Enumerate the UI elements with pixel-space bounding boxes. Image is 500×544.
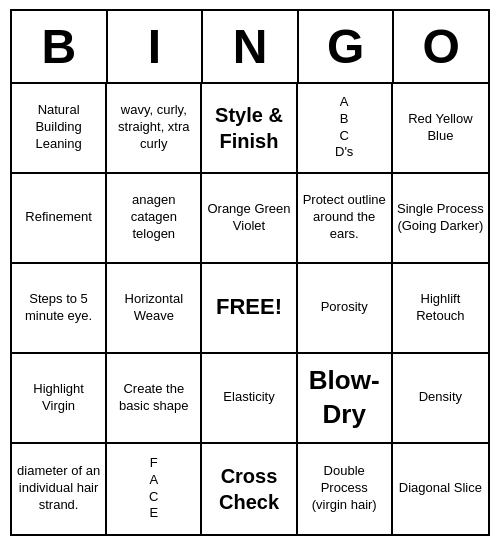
bingo-cell-24: Diagonal Slice: [393, 444, 488, 534]
bingo-cell-14: Highlift Retouch: [393, 264, 488, 354]
header-letter-b: B: [12, 11, 108, 84]
bingo-cell-9: Single Process (Going Darker): [393, 174, 488, 264]
bingo-cell-20: diameter of an individual hair strand.: [12, 444, 107, 534]
bingo-grid: Natural Building Leaningwavy, curly, str…: [12, 84, 488, 534]
bingo-cell-3: ABCD's: [298, 84, 393, 174]
bingo-cell-0: Natural Building Leaning: [12, 84, 107, 174]
header-letter-g: G: [299, 11, 395, 84]
bingo-card: BINGO Natural Building Leaningwavy, curl…: [10, 9, 490, 536]
header-letter-o: O: [394, 11, 488, 84]
bingo-header: BINGO: [12, 11, 488, 84]
bingo-cell-1: wavy, curly, straight, xtra curly: [107, 84, 202, 174]
bingo-cell-16: Create the basic shape: [107, 354, 202, 444]
bingo-cell-13: Porosity: [298, 264, 393, 354]
bingo-cell-18: Blow-Dry: [298, 354, 393, 444]
bingo-cell-6: anagen catagen telogen: [107, 174, 202, 264]
bingo-cell-17: Elasticity: [202, 354, 297, 444]
bingo-cell-8: Protect outline around the ears.: [298, 174, 393, 264]
bingo-cell-19: Density: [393, 354, 488, 444]
header-letter-n: N: [203, 11, 299, 84]
bingo-cell-11: Horizontal Weave: [107, 264, 202, 354]
bingo-cell-21: FACE: [107, 444, 202, 534]
header-letter-i: I: [108, 11, 204, 84]
bingo-cell-12: FREE!: [202, 264, 297, 354]
bingo-cell-22: Cross Check: [202, 444, 297, 534]
bingo-cell-5: Refinement: [12, 174, 107, 264]
bingo-cell-10: Steps to 5 minute eye.: [12, 264, 107, 354]
bingo-cell-4: Red Yellow Blue: [393, 84, 488, 174]
bingo-cell-23: Double Process (virgin hair): [298, 444, 393, 534]
bingo-cell-2: Style & Finish: [202, 84, 297, 174]
bingo-cell-7: Orange Green Violet: [202, 174, 297, 264]
bingo-cell-15: Highlight Virgin: [12, 354, 107, 444]
